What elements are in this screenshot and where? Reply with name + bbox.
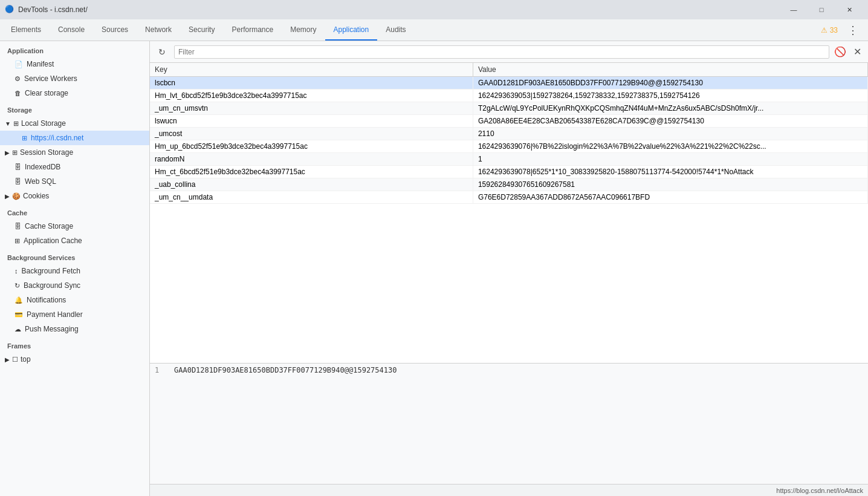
table-cell-key: _um_cn_umsvtn (150, 102, 473, 115)
minimize-button[interactable]: — (780, 0, 808, 19)
chevron-right-icon: ▶ (5, 149, 10, 156)
table-row[interactable]: lswucn GA208A86EE4E28C3AB206543387E628CA… (150, 115, 868, 128)
refresh-icon: ↻ (158, 47, 166, 57)
sidebar-item-manifest[interactable]: 📄 Manifest (0, 57, 149, 71)
sidebar-item-cache-storage[interactable]: 🗄 Cache Storage (0, 219, 149, 233)
clear-filter-circle-button[interactable]: 🚫 (834, 46, 846, 58)
tab-right-area: ⚠ 33 ⋮ (821, 19, 868, 41)
tab-elements[interactable]: Elements (2, 19, 50, 41)
clear-circle-icon: 🚫 (834, 46, 846, 57)
background-services-section-title: Background Services (0, 248, 149, 264)
table-cell-value: GA208A86EE4E28C3AB206543387E628CA7D639C@… (473, 115, 867, 128)
table-cell-value: 1 (473, 153, 867, 166)
sidebar-item-websql[interactable]: 🗄 Web SQL (0, 174, 149, 189)
sidebar-item-push-messaging[interactable]: ☁ Push Messaging (0, 322, 149, 336)
table-cell-value: G76E6D72859AA367ADD8672A567AAC096617BFD (473, 191, 867, 204)
preview-panel: 1 GAA0D1281DF903AE81650BDD37FF0077129B94… (150, 363, 868, 484)
tab-network[interactable]: Network (137, 19, 180, 41)
local-storage-expand[interactable]: ▼ ⊞ Local Storage (0, 116, 149, 131)
frames-icon: ☐ (12, 356, 18, 364)
sidebar-item-local-storage-csdn[interactable]: ⊞ https://i.csdn.net (0, 131, 149, 145)
maximize-button[interactable]: □ (808, 0, 835, 19)
table-row[interactable]: Hm_up_6bcd52f51e9b3dce32bec4a3997715ac 1… (150, 140, 868, 153)
more-button[interactable]: ⋮ (843, 21, 863, 39)
sidebar-item-notifications[interactable]: 🔔 Notifications (0, 293, 149, 307)
table-row[interactable]: lscbcn GAA0D1281DF903AE81650BDD37FF00771… (150, 77, 868, 90)
payment-handler-icon: 💳 (15, 311, 23, 319)
table-cell-key: Hm_up_6bcd52f51e9b3dce32bec4a3997715ac (150, 140, 473, 153)
table-cell-key: Hm_lvt_6bcd52f51e9b3dce32bec4a3997715ac (150, 90, 473, 102)
table-row[interactable]: _um_cn__umdata G76E6D72859AA367ADD8672A5… (150, 191, 868, 204)
table-cell-key: _um_cn__umdata (150, 191, 473, 204)
table-cell-value: 1624293639078|6525*1*10_30833925820-1588… (473, 166, 867, 178)
table-cell-value: 1624293639053|1592738264,1592738332,1592… (473, 90, 867, 102)
table-container: Key Value lscbcn GAA0D1281DF903AE81650BD… (150, 63, 868, 363)
tab-memory[interactable]: Memory (282, 19, 325, 41)
session-storage-expand[interactable]: ▶ ⊞ Session Storage (0, 145, 149, 160)
warning-badge: ⚠ 33 (821, 26, 838, 34)
chevron-right-icon2: ▶ (5, 193, 10, 200)
notifications-icon: 🔔 (15, 296, 23, 304)
tab-application[interactable]: Application (325, 19, 378, 41)
tab-audits[interactable]: Audits (377, 19, 414, 41)
table-cell-key: lscbcn (150, 77, 473, 90)
tab-performance[interactable]: Performance (223, 19, 282, 41)
sidebar-item-clear-storage[interactable]: 🗑 Clear storage (0, 86, 149, 100)
refresh-button[interactable]: ↻ (155, 45, 169, 59)
table-row[interactable]: Hm_lvt_6bcd52f51e9b3dce32bec4a3997715ac … (150, 90, 868, 102)
close-icon: ✕ (853, 46, 861, 57)
sidebar-item-application-cache[interactable]: ⊞ Application Cache (0, 233, 149, 248)
table-cell-value: 159262849307651609267581 (473, 178, 867, 191)
table-row[interactable]: randomN 1 (150, 153, 868, 166)
table-row[interactable]: Hm_ct_6bcd52f51e9b3dce32bec4a3997715ac 1… (150, 166, 868, 178)
table-row[interactable]: _um_cn_umsvtn T2gALcW/qL9YcPolUEKynRhQXK… (150, 102, 868, 115)
table-cell-key: _uab_collina (150, 178, 473, 191)
toolbar: ↻ 🚫 ✕ (150, 41, 868, 63)
table-cell-key: randomN (150, 153, 473, 166)
table-row[interactable]: _uab_collina 159262849307651609267581 (150, 178, 868, 191)
cache-section-title: Cache (0, 203, 149, 219)
cache-storage-icon: 🗄 (15, 223, 21, 230)
window-controls: — □ ✕ (780, 0, 863, 19)
indexeddb-icon: 🗄 (15, 163, 21, 171)
sidebar-item-background-sync[interactable]: ↻ Background Sync (0, 278, 149, 293)
push-messaging-icon: ☁ (15, 325, 21, 333)
warning-count: 33 (830, 26, 838, 34)
close-button[interactable]: ✕ (835, 0, 863, 19)
local-storage-url-icon: ⊞ (22, 134, 27, 142)
status-url: https://blog.csdn.net/l/oAttack (776, 487, 863, 494)
preview-value: GAA0D1281DF903AE81650BDD37FF0077129B940@… (174, 366, 397, 481)
filter-input[interactable] (174, 45, 829, 59)
col-header-value: Value (473, 63, 867, 77)
chevron-down-icon: ▼ (5, 120, 11, 127)
table-cell-key: _umcost (150, 128, 473, 140)
clear-filter-x-button[interactable]: ✕ (851, 46, 863, 58)
clear-storage-icon: 🗑 (15, 90, 21, 97)
table-cell-value: 2110 (473, 128, 867, 140)
table-row[interactable]: _umcost 2110 (150, 128, 868, 140)
session-storage-icon: ⊞ (12, 149, 18, 157)
sidebar-item-payment-handler[interactable]: 💳 Payment Handler (0, 307, 149, 322)
tab-security[interactable]: Security (180, 19, 223, 41)
frames-expand[interactable]: ▶ ☐ top (0, 352, 149, 367)
titlebar: 🔵 DevTools - i.csdn.net/ — □ ✕ (0, 0, 868, 19)
col-header-key: Key (150, 63, 473, 77)
titlebar-title: DevTools - i.csdn.net/ (18, 5, 780, 14)
sidebar-item-background-fetch[interactable]: ↕ Background Fetch (0, 264, 149, 278)
cookies-expand[interactable]: ▶ 🍪 Cookies (0, 189, 149, 203)
local-storage-icon: ⊞ (13, 120, 19, 128)
background-sync-icon: ↻ (15, 282, 20, 290)
websql-icon: 🗄 (15, 178, 21, 185)
chevron-right-icon3: ▶ (5, 356, 10, 363)
tab-console[interactable]: Console (50, 19, 93, 41)
tabbar: Elements Console Sources Network Securit… (0, 19, 868, 41)
sidebar-item-indexeddb[interactable]: 🗄 IndexedDB (0, 160, 149, 174)
sidebar-item-service-workers[interactable]: ⚙ Service Workers (0, 71, 149, 86)
table-cell-key: lswucn (150, 115, 473, 128)
main-layout: Application 📄 Manifest ⚙ Service Workers… (0, 41, 868, 496)
storage-table: Key Value lscbcn GAA0D1281DF903AE81650BD… (150, 63, 868, 204)
table-cell-key: Hm_ct_6bcd52f51e9b3dce32bec4a3997715ac (150, 166, 473, 178)
table-cell-value: 1624293639076|%7B%22islogin%22%3A%7B%22v… (473, 140, 867, 153)
service-workers-icon: ⚙ (15, 75, 21, 83)
tab-sources[interactable]: Sources (93, 19, 137, 41)
